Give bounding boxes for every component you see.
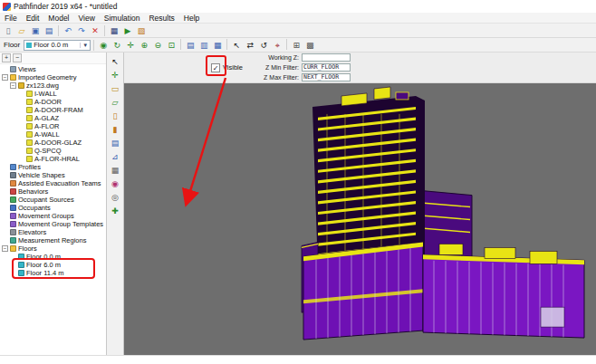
tree-item-occupants[interactable]: Occupants [0,204,106,212]
tree-item-vehicle-shapes[interactable]: Vehicle Shapes [0,171,106,179]
tree-item-occupant-sources[interactable]: Occupant Sources [0,196,106,204]
thin-door-tool[interactable]: ▮ [109,123,122,136]
measure-button[interactable]: ⌖ [271,39,284,52]
floor-tool[interactable]: ▭ [109,82,122,95]
tree-item-movement-groups[interactable]: Movement Groups [0,212,106,220]
layer-icon [26,91,33,97]
menu-help[interactable]: Help [179,14,204,23]
separator [180,39,181,50]
zoom-out-button[interactable]: ⊖ [151,39,164,52]
chevron-down-icon[interactable]: ▼ [80,43,88,48]
elevator-tool[interactable]: ▦ [109,164,122,177]
tree-expander-spacer [18,139,24,146]
tree-item-floor-11-4-m[interactable]: Floor 11.4 m [0,269,106,277]
open-button[interactable]: ▱ [15,24,28,37]
stairs-tool[interactable]: ▤ [109,137,122,149]
tree-item-movement-group-templates[interactable]: Movement Group Templates [0,220,106,228]
separator [93,40,94,51]
delete-button[interactable]: ✕ [89,24,101,37]
tree-item-behaviors[interactable]: Behaviors [0,187,106,196]
ramp-tool[interactable]: ⊿ [109,150,122,163]
tree-item-floor-0-0-m[interactable]: Floor 0.0 m [0,253,106,261]
main-area: +− Views−Imported Geometry−zx123.dwgI-WA… [0,53,596,355]
floor-label: Floor [4,41,20,49]
tree-item-measurement-regions[interactable]: Measurement Regions [0,236,106,244]
tree-item-a-flor[interactable]: A-FLOR [0,122,106,130]
3d-viewport[interactable] [124,83,596,355]
visible-checkbox[interactable]: ✓ [211,63,220,72]
floor-icon [18,262,24,268]
measure-tool[interactable]: ✚ [109,205,122,217]
occupant-tool[interactable]: ◉ [109,177,122,190]
redo-button[interactable]: ↷ [75,24,88,37]
import-button[interactable]: ▤ [43,24,55,37]
tree-expander-spacer [18,91,24,97]
menu-view[interactable]: View [74,14,100,23]
tree-item-a-wall[interactable]: A-WALL [0,130,106,139]
wireframe-button[interactable]: ▩ [303,39,316,52]
collapse-all-button[interactable]: − [13,53,22,62]
expand-all-button[interactable]: + [2,53,11,62]
new-button[interactable]: ▯ [2,24,14,37]
zoom-in-button[interactable]: ⊕ [138,39,150,52]
view-side-button[interactable]: ▥ [197,39,210,52]
visible-checkbox-group: ✓ Visible [211,63,243,72]
run-simulation-button[interactable]: ▶ [121,24,134,37]
separator [58,25,59,36]
zoom-extents-button[interactable]: ⊡ [165,39,178,52]
undo-button[interactable]: ↶ [62,24,74,37]
rotate-mode-button[interactable]: ↺ [257,39,270,52]
select-mode-button[interactable]: ↖ [230,39,243,52]
navigation-panel: +− Views−Imported Geometry−zx123.dwgI-WA… [0,53,107,355]
menu-edit[interactable]: Edit [22,14,44,23]
menu-model[interactable]: Model [43,14,73,23]
tree-item-a-door-fram[interactable]: A-DOOR-FRAM [0,106,106,114]
tree-item-zx123-dwg[interactable]: −zx123.dwg [0,81,106,90]
tree-expander-icon[interactable]: − [2,245,8,252]
room-tool[interactable]: ▱ [109,96,122,109]
select-tool[interactable]: ↖ [109,55,122,68]
tree-item-label: I-WALL [34,90,57,98]
floor-selector[interactable]: Floor 0.0 m ▼ [24,40,91,51]
orbit-button[interactable]: ↻ [111,39,123,52]
tree-item-q-spcq[interactable]: Q-SPCQ [0,147,106,155]
tree-item-elevators[interactable]: Elevators [0,228,106,236]
tree-expander-icon[interactable]: − [10,82,16,89]
tree-item-floors[interactable]: −Floors [0,244,106,253]
save-button[interactable]: ▣ [29,24,42,37]
view-top-button[interactable]: ▦ [211,39,224,52]
tree-item-a-door[interactable]: A-DOOR [0,98,106,106]
view-front-button[interactable]: ▤ [184,39,197,52]
layer-icon [26,115,33,121]
z-max-filter-field[interactable]: NEXT_FLOOR [302,73,351,81]
pan-button[interactable]: ✛ [124,39,137,52]
tree-item-a-door-glaz[interactable]: A-DOOR-GLAZ [0,139,106,147]
menu-results[interactable]: Results [144,14,178,23]
working-z-field[interactable] [302,53,351,62]
reset-camera-button[interactable]: ◉ [97,39,110,52]
tree-expander-icon[interactable]: − [2,74,8,81]
results-button[interactable]: ▧ [135,24,148,37]
movement-group-templates-icon [10,221,16,227]
views-icon [10,66,16,72]
tree-item-floor-6-0-m[interactable]: Floor 6.0 m [0,261,106,269]
tree-item-assisted-evacuation-teams[interactable]: Assisted Evacuation Teams [0,179,106,187]
move-mode-button[interactable]: ⇄ [244,39,256,52]
show-geometry-button[interactable]: ▦ [108,24,120,37]
add-point-tool[interactable]: ✛ [109,69,122,81]
camera-tool[interactable]: ◎ [109,191,122,204]
tree-item-profiles[interactable]: Profiles [0,163,106,171]
tree-item-i-wall[interactable]: I-WALL [0,90,106,98]
grid-snap-button[interactable]: ⊞ [290,39,303,52]
app-icon [3,3,11,11]
tree-item-a-flor-hral[interactable]: A-FLOR-HRAL [0,155,106,163]
tree-toolbar: +− [0,53,106,64]
menu-simulation[interactable]: Simulation [100,14,145,23]
menu-file[interactable]: File [0,14,22,23]
tree-expander-spacer [18,131,24,138]
tree-item-a-glaz[interactable]: A-GLAZ [0,114,106,122]
tree-item-imported-geometry[interactable]: −Imported Geometry [0,73,106,81]
door-tool[interactable]: ▯ [109,110,122,122]
tree-item-views[interactable]: Views [0,65,106,73]
z-min-filter-field[interactable]: CURR_FLOOR [302,63,351,72]
